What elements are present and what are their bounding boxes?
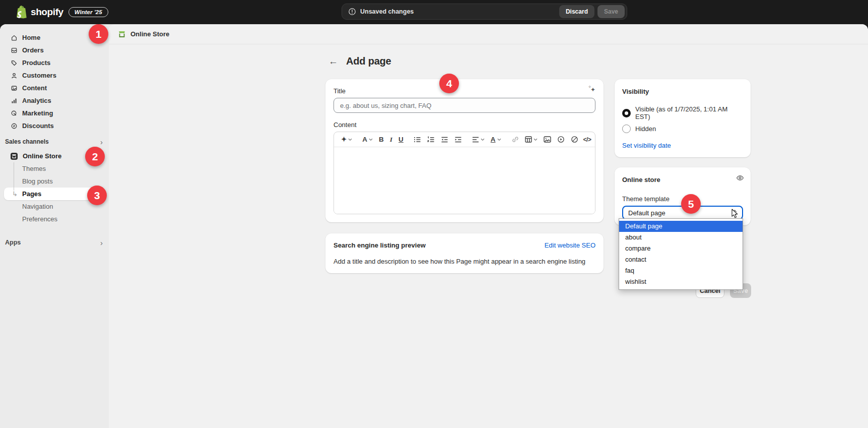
numbered-list-button[interactable]: [427, 136, 435, 143]
online-store-icon: [10, 152, 18, 160]
text-style-button[interactable]: A: [362, 136, 373, 143]
bullet-list-icon: [414, 136, 421, 143]
sidebar-item-orders[interactable]: Orders: [0, 44, 109, 56]
channel-header-title: Online Store: [130, 30, 169, 38]
tree-connector-line: [14, 162, 14, 191]
chevron-down-icon: [481, 138, 485, 141]
theme-template-value: Default page: [628, 209, 665, 217]
title-field-label: Title: [333, 87, 595, 95]
page-heading: ← Add page: [325, 55, 751, 67]
online-store-card-title: Online store: [622, 176, 660, 184]
sidebar-item-preferences[interactable]: Preferences: [0, 213, 109, 225]
sidebar-item-marketing[interactable]: Marketing: [0, 107, 109, 119]
sub-item-label: Themes: [22, 165, 46, 172]
sub-item-label: Preferences: [22, 215, 57, 223]
sidebar-item-blog-posts[interactable]: Blog posts: [0, 175, 109, 188]
preview-eye-button[interactable]: [736, 174, 744, 184]
visibility-card-title: Visibility: [622, 88, 649, 95]
alert-info-icon: [348, 8, 356, 16]
chevron-right-icon: ›: [100, 239, 103, 247]
channel-header: Online Store: [109, 24, 868, 44]
title-input[interactable]: [333, 98, 595, 113]
clear-formatting-button[interactable]: [571, 136, 578, 143]
text-color-button[interactable]: A: [491, 136, 501, 143]
apps-label: Apps: [5, 239, 21, 246]
prohibit-icon: [571, 136, 578, 143]
version-badge: Winter ’25: [69, 7, 108, 17]
dropdown-option-faq[interactable]: faq: [619, 265, 743, 276]
shopify-logo[interactable]: shopify: [14, 5, 63, 19]
radio-label: Hidden: [635, 125, 656, 133]
brand-wordmark: shopify: [31, 7, 63, 18]
sub-item-label: Pages: [22, 190, 41, 198]
chevron-right-icon: ›: [100, 138, 103, 146]
text-color-icon: A: [491, 136, 496, 143]
radio-selected-icon[interactable]: [622, 109, 631, 117]
step-annotation-5: 5: [681, 194, 701, 214]
video-button[interactable]: [557, 136, 565, 143]
visibility-option-hidden[interactable]: Hidden: [622, 125, 743, 133]
products-icon: [11, 59, 18, 67]
bold-button[interactable]: B: [379, 136, 384, 143]
eye-icon: [736, 174, 744, 182]
sidebar: Home Orders Products Customers Content A…: [0, 24, 109, 428]
dropdown-option-contact[interactable]: contact: [619, 254, 743, 265]
sidebar-item-apps[interactable]: Apps ›: [0, 237, 109, 248]
save-button-disabled: Save: [597, 5, 625, 18]
magic-sparkles-icon[interactable]: ✧✦: [588, 85, 595, 93]
dropdown-option-default-page[interactable]: Default page: [619, 221, 743, 232]
sidebar-item-label: Home: [22, 34, 40, 41]
underline-button[interactable]: U: [398, 136, 404, 143]
outdent-button[interactable]: [441, 136, 448, 143]
mouse-cursor: [731, 209, 739, 219]
marketing-icon: [11, 110, 18, 117]
sales-channels-header[interactable]: Sales channels ›: [0, 137, 109, 146]
bullet-list-button[interactable]: [414, 136, 421, 143]
discard-button[interactable]: Discard: [559, 5, 594, 18]
sidebar-item-label: Products: [22, 59, 50, 67]
dropdown-option-wishlist[interactable]: wishlist: [619, 276, 743, 287]
align-left-icon: [472, 137, 479, 143]
edit-website-seo-link[interactable]: Edit website SEO: [545, 241, 595, 249]
unsaved-changes-text: Unsaved changes: [360, 8, 414, 15]
sidebar-item-label: Orders: [22, 46, 44, 54]
home-icon: [11, 34, 18, 41]
sidebar-item-analytics[interactable]: Analytics: [0, 94, 109, 107]
analytics-icon: [11, 97, 18, 104]
sub-item-label: Navigation: [22, 203, 53, 210]
set-visibility-date-link[interactable]: Set visibility date: [622, 142, 671, 149]
sidebar-item-content[interactable]: Content: [0, 82, 109, 94]
main-content: Online Store ← Add page ✧✦ Title: [109, 24, 868, 428]
editor-content-area[interactable]: [334, 147, 595, 214]
indent-button[interactable]: [454, 136, 462, 143]
sidebar-item-label: Customers: [22, 72, 56, 79]
tree-arrow-icon: ↳: [12, 190, 19, 198]
image-button[interactable]: [544, 136, 551, 143]
content-icon: [11, 85, 18, 92]
chevron-down-icon: [369, 138, 373, 141]
chevron-down-icon: [533, 138, 538, 141]
sidebar-item-discounts[interactable]: Discounts: [0, 119, 109, 132]
radio-unselected-icon[interactable]: [622, 125, 631, 133]
dropdown-option-compare[interactable]: compare: [619, 243, 743, 254]
sidebar-item-label: Discounts: [22, 122, 54, 130]
alignment-button[interactable]: [472, 137, 485, 143]
table-button[interactable]: [525, 136, 538, 143]
visibility-option-visible[interactable]: Visible (as of 1/7/2025, 1:01 AM EST): [622, 105, 743, 120]
content-field-label: Content: [333, 121, 595, 129]
link-icon: [511, 136, 519, 143]
seo-card-description: Add a title and description to see how t…: [333, 258, 595, 265]
seo-preview-card: Search engine listing preview Edit websi…: [325, 233, 604, 273]
dropdown-option-about[interactable]: about: [619, 232, 743, 243]
magic-text-button[interactable]: ✦: [341, 136, 352, 143]
back-arrow-icon[interactable]: ←: [328, 56, 338, 66]
sidebar-item-products[interactable]: Products: [0, 56, 109, 69]
code-view-button[interactable]: </>: [583, 137, 595, 143]
sparkle-icon: ✦: [341, 136, 347, 143]
outdent-icon: [441, 136, 448, 143]
sidebar-item-customers[interactable]: Customers: [0, 69, 109, 82]
step-annotation-3: 3: [87, 186, 107, 205]
customers-icon: [11, 72, 18, 79]
video-play-icon: [557, 136, 565, 143]
italic-button[interactable]: I: [390, 136, 392, 143]
